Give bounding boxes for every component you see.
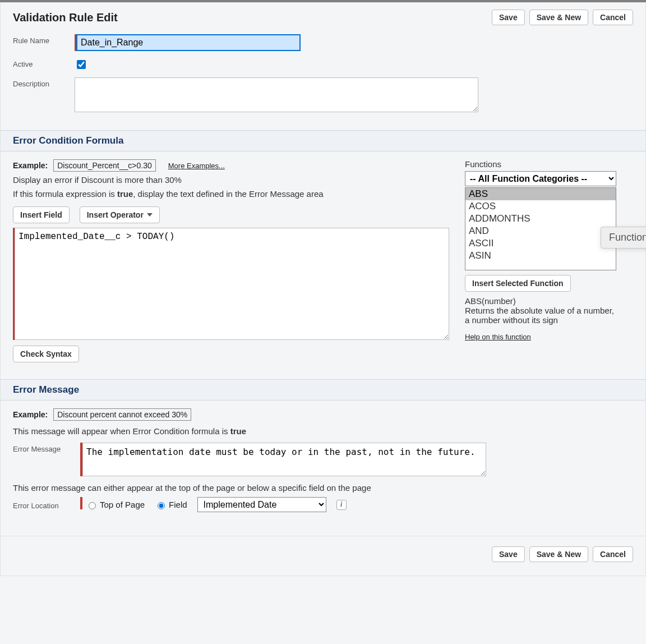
- active-label: Active: [13, 58, 75, 68]
- insert-selected-function-button[interactable]: Insert Selected Function: [465, 275, 571, 292]
- function-item[interactable]: ASCII: [465, 237, 616, 250]
- save-button[interactable]: Save: [492, 10, 525, 25]
- save-and-new-button-footer[interactable]: Save & New: [529, 546, 588, 562]
- error-location-field-radio[interactable]: [158, 502, 165, 509]
- function-item[interactable]: ABS: [465, 188, 616, 200]
- active-checkbox[interactable]: [77, 60, 86, 69]
- functions-tooltip: Functions: [601, 227, 646, 249]
- function-list[interactable]: ABSACOSADDMONTHSANDASCIIASIN: [465, 187, 616, 270]
- rule-name-label: Rule Name: [13, 34, 75, 45]
- error-location-field-select[interactable]: Implemented Date: [197, 497, 326, 512]
- function-description: Returns the absolute value of a number, …: [465, 306, 616, 325]
- description-label: Description: [13, 77, 75, 88]
- info-icon[interactable]: i: [336, 500, 347, 510]
- error-location-top-radio[interactable]: [89, 502, 96, 509]
- insert-operator-button[interactable]: Insert Operator: [80, 206, 160, 223]
- error-message-label: Error Message: [13, 443, 75, 453]
- function-item[interactable]: AND: [465, 225, 616, 237]
- function-signature: ABS(number): [465, 296, 616, 306]
- error-location-intro: This error message can either appear at …: [13, 483, 633, 493]
- example-code: Discount_Percent__c>0.30: [53, 159, 156, 172]
- example-text: Discount percent cannot exceed 30%: [53, 408, 191, 421]
- required-indicator: [80, 497, 82, 509]
- error-location-label: Error Location: [13, 499, 75, 510]
- formula-textarea[interactable]: [15, 228, 449, 340]
- example-label: Example:: [13, 410, 48, 419]
- cancel-button-footer[interactable]: Cancel: [593, 546, 633, 562]
- rule-name-input[interactable]: [76, 34, 301, 51]
- function-category-select[interactable]: -- All Function Categories --: [465, 171, 616, 186]
- formula-section-header: Error Condition Formula: [1, 130, 645, 151]
- function-item[interactable]: ASIN: [465, 250, 616, 262]
- function-item[interactable]: ADDMONTHS: [465, 213, 616, 225]
- footer-buttons: Save Save & New Cancel: [1, 536, 645, 576]
- example-label: Example:: [13, 161, 48, 170]
- error-message-textarea[interactable]: [82, 443, 486, 476]
- functions-label: Functions: [465, 159, 633, 169]
- chevron-down-icon: [147, 213, 153, 217]
- error-location-top-option[interactable]: Top of Page: [86, 500, 145, 509]
- error-message-section-header: Error Message: [1, 379, 645, 401]
- header-row: Validation Rule Edit Save Save & New Can…: [1, 3, 645, 29]
- function-item[interactable]: ACOS: [465, 200, 616, 213]
- error-message-note: This message will appear when Error Cond…: [13, 426, 633, 436]
- more-examples-link[interactable]: More Examples...: [168, 162, 225, 170]
- description-textarea[interactable]: [75, 77, 478, 112]
- insert-field-button[interactable]: Insert Field: [13, 206, 70, 223]
- page-title: Validation Rule Edit: [13, 11, 118, 24]
- error-location-field-option[interactable]: Field: [155, 500, 187, 509]
- cancel-button[interactable]: Cancel: [593, 10, 633, 25]
- save-and-new-button[interactable]: Save & New: [529, 10, 588, 25]
- formula-instruction: If this formula expression is true, disp…: [13, 189, 449, 199]
- save-button-footer[interactable]: Save: [492, 546, 525, 562]
- example-description: Display an error if Discount is more tha…: [13, 175, 449, 185]
- check-syntax-button[interactable]: Check Syntax: [13, 346, 79, 362]
- help-on-function-link[interactable]: Help on this function: [465, 333, 531, 341]
- header-buttons: Save Save & New Cancel: [492, 10, 633, 25]
